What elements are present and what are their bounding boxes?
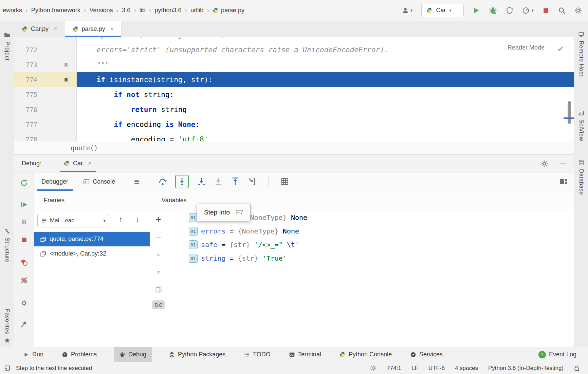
minimize-icon[interactable]: — (559, 160, 566, 167)
add-watch-button[interactable]: + (155, 215, 161, 224)
toolwindow-run[interactable]: Run (22, 347, 45, 362)
close-icon[interactable]: × (88, 160, 92, 167)
run-configuration-select[interactable]: Car ▾ (421, 4, 464, 17)
toolwindow-todo[interactable]: TODO (242, 347, 272, 362)
step-over-button[interactable] (158, 177, 167, 186)
user-menu[interactable]: ▾ (402, 7, 413, 14)
rerun-button[interactable] (20, 179, 28, 187)
frame-label: <module>, Car.py:32 (50, 250, 106, 257)
tool-button-favorites[interactable]: Favorites (0, 309, 14, 343)
code-editor[interactable]: 771 By default, encoding='utf-8' (charac… (14, 37, 574, 141)
run-button[interactable] (473, 7, 480, 14)
tool-button-structure[interactable]: Structure (0, 228, 14, 262)
frame-item[interactable]: <module>, Car.py:32 (34, 246, 150, 261)
frame-down-icon[interactable]: ↓ (136, 216, 140, 223)
breadcrumb-item[interactable]: Versions (89, 7, 113, 14)
close-icon[interactable]: × (110, 25, 114, 33)
duplicate-watch-button[interactable] (155, 286, 162, 293)
tab-console[interactable]: Console (76, 172, 123, 191)
step-out-button[interactable] (231, 177, 240, 186)
profiler-button[interactable]: ▾ (522, 7, 534, 14)
run-to-cursor-button[interactable] (248, 177, 257, 186)
gutter-cell[interactable] (37, 72, 77, 87)
toolwindow-python-console[interactable]: Python Console (338, 347, 393, 362)
breadcrumb-item[interactable]: lib (139, 7, 146, 14)
tab-debugger[interactable]: Debugger (34, 172, 76, 191)
scrollbar-thumb[interactable] (568, 101, 571, 124)
toolwindow-services[interactable]: Services (409, 347, 444, 362)
caret-position-widget[interactable]: 774:1 (387, 365, 401, 372)
variable-row[interactable]: 01 safe = {str} '/<>_=" \t' (167, 238, 299, 251)
tool-button-project[interactable]: Project (0, 32, 14, 60)
layout-settings-button[interactable] (559, 177, 568, 186)
stop-button[interactable] (20, 236, 28, 244)
editor-tab-car[interactable]: Car.py × (14, 21, 65, 37)
indent-widget[interactable]: 4 spaces (455, 365, 478, 372)
bookmark-icon[interactable] (64, 62, 68, 68)
force-step-into-button[interactable] (197, 177, 206, 186)
tool-window-switcher-icon[interactable] (4, 365, 11, 371)
debug-settings-button[interactable] (20, 299, 28, 307)
inspections-ok-icon[interactable] (557, 45, 564, 52)
debug-button[interactable] (489, 6, 497, 15)
gutter-cell[interactable] (37, 57, 77, 72)
move-down-button[interactable]: ▼ (156, 270, 161, 275)
tool-button-remote-host[interactable]: Remote Host (574, 31, 588, 76)
lock-icon[interactable] (574, 365, 580, 371)
frame-up-icon[interactable]: ↑ (119, 216, 123, 223)
tool-button-sciview[interactable]: SciView (574, 110, 588, 141)
editor-tab-parse[interactable]: parse.py × (65, 21, 122, 37)
line-separator-widget[interactable]: LF (411, 365, 418, 372)
stop-button[interactable] (543, 7, 549, 14)
gutter-cell[interactable] (37, 37, 77, 42)
variable-row[interactable]: 01 string = {str} 'True' (167, 251, 287, 265)
debug-session-tab[interactable]: Car × (58, 155, 98, 172)
step-out-of-block-button[interactable] (214, 177, 223, 186)
interpreter-widget[interactable]: Python 3.6 (In-Depth-Testing) (488, 365, 564, 372)
view-breakpoints-button[interactable] (20, 259, 28, 266)
variable-row[interactable]: 01 errors = {NoneType} None (167, 224, 299, 238)
settings-button[interactable] (574, 7, 582, 14)
encoding-widget[interactable]: UTF-8 (428, 365, 445, 372)
code-keyword: if (114, 91, 122, 99)
toolwindow-terminal[interactable]: Terminal (288, 347, 323, 362)
toolwindow-event-log[interactable]: 1 Event Log (537, 347, 578, 362)
gutter-cell[interactable] (37, 42, 77, 57)
status-right: 774:1 LF UTF-8 4 spaces Python 3.6 (In-D… (370, 365, 580, 372)
breadcrumb-item[interactable]: Python.framework (31, 7, 81, 14)
show-watches-toggle[interactable] (152, 300, 165, 309)
evaluate-expression-button[interactable] (280, 177, 289, 186)
breadcrumb-function[interactable]: quote() (71, 144, 98, 152)
run-with-coverage-button[interactable] (506, 7, 513, 14)
options-menu-icon[interactable]: ≡ (134, 176, 139, 187)
status-widget-icon[interactable] (370, 365, 376, 371)
search-everywhere-button[interactable] (558, 7, 566, 14)
frame-item-selected[interactable]: quote, parse.py:774 (34, 232, 150, 246)
gear-icon[interactable] (541, 160, 548, 167)
breadcrumb-item[interactable]: 3.6 (121, 7, 131, 14)
breadcrumb-item[interactable]: python3.6 (154, 7, 182, 14)
gutter-cell[interactable] (37, 132, 77, 141)
gutter-cell[interactable] (37, 102, 77, 117)
tool-button-database[interactable]: Database (574, 160, 588, 195)
gutter-cell[interactable] (37, 117, 77, 132)
move-up-button[interactable]: ▲ (156, 252, 161, 257)
toolwindow-debug[interactable]: Debug (114, 347, 152, 362)
breadcrumb-item-file[interactable]: parse.py (212, 7, 245, 14)
resume-button[interactable] (20, 201, 28, 208)
thread-selector[interactable]: Mai…ead ▾ (37, 214, 109, 227)
debugger-toolbar: Debugger Console ≡ (34, 172, 574, 191)
code-text (79, 91, 114, 99)
terminal-icon (289, 352, 295, 358)
mute-breakpoints-button[interactable] (20, 277, 28, 284)
remove-watch-button[interactable]: − (155, 232, 161, 242)
breadcrumb-item[interactable]: eworks (2, 7, 23, 14)
close-icon[interactable]: × (54, 25, 57, 33)
pause-button[interactable] (20, 218, 28, 226)
toolwindow-python-packages[interactable]: Python Packages (167, 347, 227, 362)
gutter-cell[interactable] (37, 87, 77, 102)
breadcrumb-item[interactable]: urllib (190, 7, 204, 14)
pin-button[interactable] (20, 321, 28, 328)
toolwindow-problems[interactable]: Problems (60, 347, 98, 362)
step-into-button[interactable] (175, 175, 189, 188)
